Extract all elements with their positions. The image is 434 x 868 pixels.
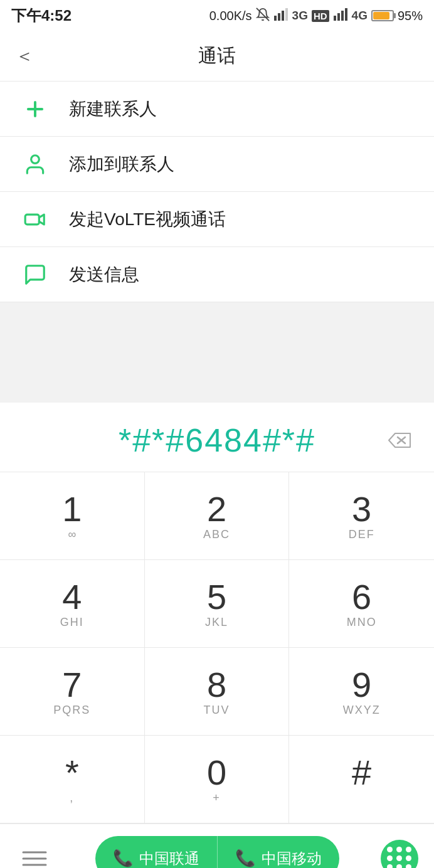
plus-icon — [19, 93, 51, 125]
status-time: 下午4:52 — [11, 6, 71, 26]
svg-rect-12 — [25, 214, 39, 225]
svg-rect-1 — [274, 16, 277, 21]
svg-point-11 — [31, 155, 40, 163]
dial-key-hash[interactable]: # — [289, 736, 434, 823]
chat-icon — [19, 258, 51, 291]
call-button-unicom[interactable]: 📞 中国联通 — [95, 836, 218, 869]
dial-letters-9: WXYZ — [343, 704, 381, 717]
svg-rect-2 — [278, 13, 280, 21]
dial-num-4: 4 — [62, 578, 82, 617]
status-right: 0.00K/s 3G HD — [209, 8, 423, 24]
dial-letters-2: ABC — [203, 528, 230, 542]
video-icon — [19, 203, 51, 236]
menu-section: 新建联系人 添加到联系人 发起VoLTE视频通话 发送信息 — [0, 82, 434, 302]
bottom-bar: 📞 中国联通 📞 中国移动 — [0, 823, 434, 868]
dial-num-1: 1 — [62, 490, 82, 529]
dial-key-5[interactable]: 5 JKL — [145, 560, 290, 648]
dial-letters-1: ∞ — [68, 528, 76, 542]
dial-letters-5: JKL — [205, 616, 228, 630]
gray-spacer — [0, 302, 434, 403]
silent-icon — [256, 8, 270, 24]
menu-label-volte: 发起VoLTE视频通话 — [69, 208, 226, 231]
battery-percent: 95% — [398, 9, 423, 23]
phone-icon-mobile: 📞 — [235, 849, 255, 868]
dial-key-star[interactable]: * , — [0, 736, 145, 823]
dial-num-8: 8 — [207, 665, 226, 704]
dial-num-3: 3 — [352, 490, 371, 529]
network-4g: 4G — [352, 9, 368, 23]
dial-num-9: 9 — [352, 665, 371, 704]
dial-key-8[interactable]: 8 TUV — [145, 648, 290, 736]
menu-item-send-message[interactable]: 发送信息 — [0, 247, 434, 302]
call-buttons: 📞 中国联通 📞 中国移动 — [95, 836, 339, 869]
svg-line-0 — [256, 8, 268, 20]
menu-item-new-contact[interactable]: 新建联系人 — [0, 82, 434, 137]
menu-item-add-contact[interactable]: 添加到联系人 — [0, 137, 434, 192]
menu-label-send-message: 发送信息 — [69, 263, 139, 287]
dial-key-4[interactable]: 4 GHI — [0, 560, 145, 648]
svg-rect-7 — [341, 11, 344, 21]
svg-rect-8 — [345, 8, 347, 21]
battery-icon — [371, 10, 394, 21]
dial-num-0: 0 — [207, 753, 226, 792]
dial-letters-0: + — [213, 791, 221, 805]
dial-key-9[interactable]: 9 WXYZ — [289, 648, 434, 736]
signal-icon — [273, 8, 288, 24]
dial-key-6[interactable]: 6 MNO — [289, 560, 434, 648]
dial-letters-star: , — [70, 791, 74, 805]
dial-letters-6: MNO — [347, 616, 377, 630]
dialpad: 1 ∞ 2 ABC 3 DEF 4 GHI 5 JKL 6 MNO 7 PQRS… — [0, 472, 434, 823]
dial-letters-3: DEF — [349, 528, 375, 542]
hd-icon: HD — [312, 10, 329, 22]
dial-key-2[interactable]: 2 ABC — [145, 472, 290, 560]
svg-rect-3 — [282, 11, 284, 21]
dial-letters-8: TUV — [203, 704, 230, 717]
dial-letters-4: GHI — [60, 616, 84, 630]
network-speed: 0.00K/s — [209, 9, 252, 23]
dialer-input-row: *#*#6484#*# — [0, 403, 434, 472]
dial-num-5: 5 — [207, 578, 226, 617]
network-3g: 3G — [292, 9, 308, 23]
dots-grid-icon — [387, 847, 412, 868]
dialpad-toggle-circle — [381, 840, 418, 869]
status-bar: 下午4:52 0.00K/s 3G HD — [0, 0, 434, 31]
dial-num-star: * — [65, 753, 79, 792]
dial-key-0[interactable]: 0 + — [145, 736, 290, 823]
svg-rect-6 — [337, 13, 340, 21]
back-button[interactable]: ＜ — [15, 43, 34, 69]
dial-letters-7: PQRS — [53, 704, 90, 717]
call-label-mobile: 中国移动 — [262, 849, 322, 869]
dialer-display: *#*#6484#*# — [13, 421, 421, 459]
dial-num-7: 7 — [62, 665, 82, 704]
dial-key-7[interactable]: 7 PQRS — [0, 648, 145, 736]
menu-label-new-contact: 新建联系人 — [69, 97, 157, 121]
app-bar: ＜ 通话 — [0, 31, 434, 82]
call-label-unicom: 中国联通 — [139, 849, 199, 869]
page-title: 通话 — [198, 43, 236, 69]
menu-item-volte[interactable]: 发起VoLTE视频通话 — [0, 192, 434, 247]
menu-label-add-contact: 添加到联系人 — [69, 152, 174, 176]
signal-4g-icon — [333, 8, 348, 24]
svg-rect-5 — [334, 16, 336, 21]
hamburger-button[interactable] — [13, 837, 56, 869]
call-button-mobile[interactable]: 📞 中国移动 — [218, 836, 339, 869]
person-icon — [19, 148, 51, 181]
backspace-button[interactable] — [383, 424, 415, 457]
dial-num-hash: # — [352, 753, 371, 792]
svg-rect-4 — [285, 8, 288, 21]
phone-icon-unicom: 📞 — [113, 849, 133, 868]
dial-num-6: 6 — [352, 578, 371, 617]
dial-key-1[interactable]: 1 ∞ — [0, 472, 145, 560]
dialpad-toggle-button[interactable] — [378, 837, 421, 869]
dial-key-3[interactable]: 3 DEF — [289, 472, 434, 560]
dial-num-2: 2 — [207, 490, 226, 529]
